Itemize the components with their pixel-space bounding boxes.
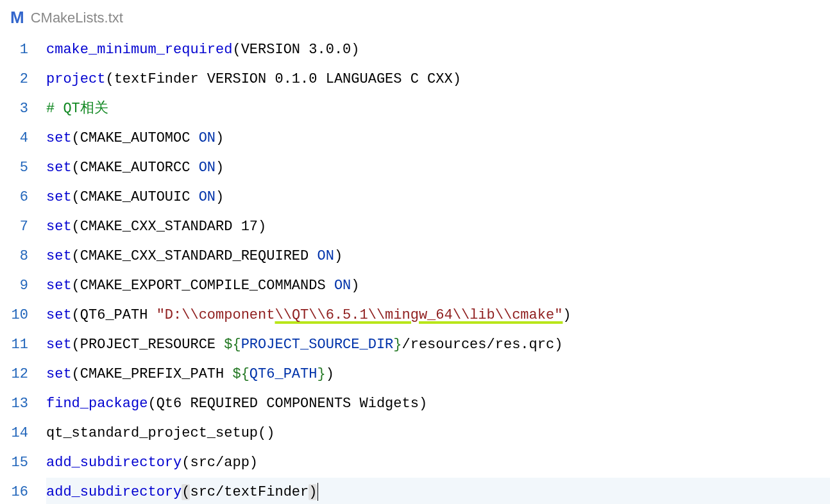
- paren-open: (: [105, 71, 114, 87]
- cmake-function: qt_standard_project_setup: [46, 425, 258, 441]
- brace-close: }: [317, 366, 325, 382]
- code-line[interactable]: set(CMAKE_CXX_STANDARD_REQUIRED ON): [46, 242, 830, 271]
- text-cursor: [318, 483, 318, 501]
- code-text: VERSION 3.0.0: [241, 42, 351, 58]
- line-number: 10: [5, 301, 28, 330]
- code-line[interactable]: project(textFinder VERSION 0.1.0 LANGUAG…: [46, 65, 830, 94]
- line-number: 14: [5, 419, 28, 448]
- cmake-variable: PROJECT_RESOURCE: [80, 337, 216, 353]
- cmake-variable: QT6_PATH: [80, 307, 148, 323]
- cmake-variable: CMAKE_AUTOUIC: [80, 189, 191, 205]
- paren-close: ): [554, 337, 563, 353]
- code-editor[interactable]: 1 2 3 4 5 6 7 8 9 10 11 12 13 14 15 16 c…: [0, 35, 830, 504]
- cmake-function: find_package: [46, 396, 148, 412]
- paren-open: (: [72, 366, 80, 382]
- cmake-keyword: ON: [317, 248, 334, 264]
- cmake-variable: CMAKE_EXPORT_COMPILE_COMMANDS: [80, 278, 326, 294]
- code-line[interactable]: find_package(Qt6 REQUIRED COMPONENTS Wid…: [46, 389, 830, 419]
- highlighted-path: \\QT\\6.5.1\\mingw_64\\lib\\cmake": [275, 307, 563, 323]
- brace-open: {: [241, 366, 250, 382]
- cmake-function: set: [46, 337, 72, 353]
- string-literal: ": [157, 307, 165, 323]
- line-number: 3: [5, 94, 28, 124]
- code-line[interactable]: set(CMAKE_AUTOMOC ON): [46, 124, 830, 153]
- code-line[interactable]: add_subdirectory(src/app): [46, 448, 830, 478]
- code-text: Qt6 REQUIRED COMPONENTS Widgets: [157, 396, 419, 412]
- paren-open: (: [182, 455, 190, 471]
- cmake-function: add_subdirectory: [46, 455, 182, 471]
- matched-paren-close: ): [309, 484, 317, 500]
- line-number: 16: [5, 478, 28, 504]
- paren-close: ): [453, 71, 461, 87]
- string-literal: D:\\component: [165, 307, 275, 323]
- paren-close: ): [326, 366, 334, 382]
- paren-open: (: [72, 130, 80, 146]
- line-number-gutter: 1 2 3 4 5 6 7 8 9 10 11 12 13 14 15 16: [5, 35, 46, 504]
- paren-open: (: [72, 219, 80, 235]
- line-number: 11: [5, 330, 28, 360]
- paren-close: ): [351, 278, 359, 294]
- cmake-function: set: [46, 130, 72, 146]
- code-text: src/textFinder: [190, 484, 309, 500]
- paren-open: (: [232, 42, 241, 58]
- code-line[interactable]: qt_standard_project_setup(): [46, 419, 830, 448]
- code-line[interactable]: set(CMAKE_EXPORT_COMPILE_COMMANDS ON): [46, 271, 830, 301]
- code-text: textFinder VERSION 0.1.0 LANGUAGES C CXX: [114, 71, 453, 87]
- code-line[interactable]: # QT相关: [46, 94, 830, 124]
- code-line[interactable]: set(QT6_PATH "D:\\component\\QT\\6.5.1\\…: [46, 301, 830, 330]
- line-number: 7: [5, 212, 28, 242]
- brace-close: }: [393, 337, 402, 353]
- paren-open: (: [148, 396, 156, 412]
- code-line[interactable]: set(CMAKE_AUTORCC ON): [46, 153, 830, 183]
- line-number: 5: [5, 153, 28, 183]
- line-number: 9: [5, 271, 28, 301]
- space: [190, 130, 198, 146]
- paren-open: (: [258, 425, 266, 441]
- space: [326, 278, 334, 294]
- cmake-function: set: [46, 160, 72, 176]
- cmake-function: cmake_minimum_required: [46, 42, 232, 58]
- line-number: 13: [5, 389, 28, 419]
- code-area[interactable]: cmake_minimum_required(VERSION 3.0.0) pr…: [46, 35, 830, 504]
- cmake-variable: CMAKE_AUTORCC: [80, 160, 191, 176]
- cmake-function: add_subdirectory: [46, 484, 182, 500]
- cmake-function: set: [46, 248, 72, 264]
- dollar: $: [224, 337, 232, 353]
- paren-close: ): [266, 425, 275, 441]
- space: [190, 189, 198, 205]
- brace-open: {: [232, 337, 241, 353]
- line-number: 4: [5, 124, 28, 153]
- paren-open: (: [72, 160, 80, 176]
- cmake-variable: CMAKE_PREFIX_PATH: [80, 366, 224, 382]
- variable-ref: QT6_PATH: [250, 366, 318, 382]
- cmake-variable: CMAKE_AUTOMOC: [80, 130, 191, 146]
- code-line[interactable]: set(CMAKE_AUTOUIC ON): [46, 183, 830, 212]
- cmake-function: set: [46, 366, 72, 382]
- code-text: 17: [241, 219, 258, 235]
- paren-open: (: [72, 307, 80, 323]
- cmake-function: set: [46, 219, 72, 235]
- cmake-keyword: ON: [199, 189, 216, 205]
- variable-ref: PROJECT_SOURCE_DIR: [241, 337, 394, 353]
- cmake-keyword: ON: [334, 278, 351, 294]
- space: [224, 366, 232, 382]
- code-line[interactable]: cmake_minimum_required(VERSION 3.0.0): [46, 35, 830, 65]
- space: [190, 160, 198, 176]
- line-number: 12: [5, 360, 28, 389]
- code-line[interactable]: set(PROJECT_RESOURCE ${PROJECT_SOURCE_DI…: [46, 330, 830, 360]
- paren-close: ): [258, 219, 266, 235]
- paren-close: ): [250, 455, 258, 471]
- line-number: 6: [5, 183, 28, 212]
- cmake-keyword: ON: [199, 130, 216, 146]
- paren-close: ): [216, 160, 224, 176]
- cmake-function: set: [46, 307, 72, 323]
- paren-close: ): [351, 42, 359, 58]
- code-text: /resources/res.qrc: [402, 337, 555, 353]
- code-line[interactable]: set(CMAKE_CXX_STANDARD 17): [46, 212, 830, 242]
- cmake-function: project: [46, 71, 105, 87]
- code-line[interactable]: set(CMAKE_PREFIX_PATH ${QT6_PATH}): [46, 360, 830, 389]
- code-line-current[interactable]: add_subdirectory(src/textFinder): [46, 478, 830, 504]
- space: [148, 307, 156, 323]
- matched-paren-open: (: [182, 484, 190, 500]
- paren-open: (: [72, 337, 80, 353]
